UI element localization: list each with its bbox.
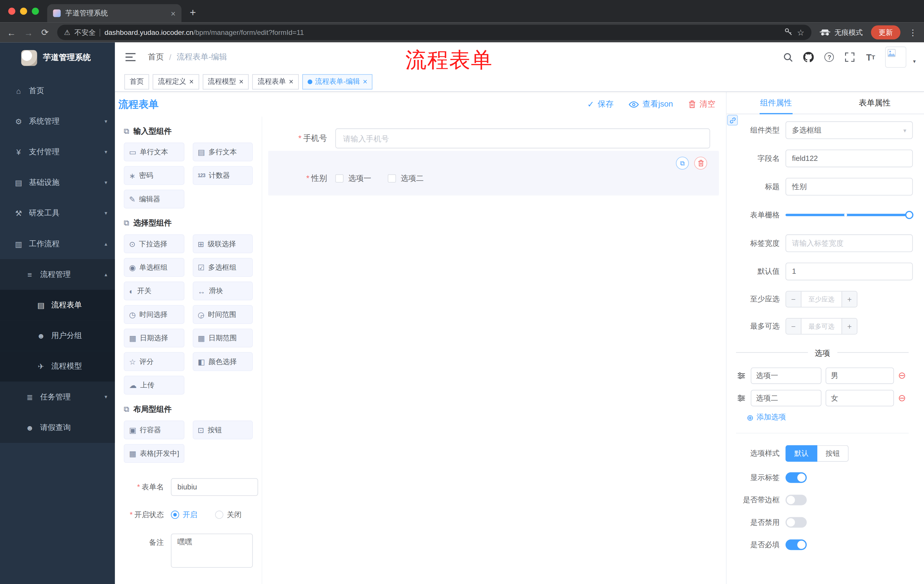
delete-field-button[interactable] xyxy=(694,156,707,169)
palette-item[interactable]: ↔滑块 xyxy=(192,281,253,300)
toggle-switch[interactable] xyxy=(785,540,807,550)
component-type-select[interactable]: 多选框组 ▾ xyxy=(785,122,913,139)
browser-menu-icon[interactable]: ⋮ xyxy=(909,28,917,37)
tag-view-tab[interactable]: 流程模型× xyxy=(202,74,249,89)
add-option-button[interactable]: ⊕ 添加选项 xyxy=(747,412,913,422)
toggle-switch[interactable] xyxy=(785,472,807,483)
remove-option-icon[interactable]: ⊖ xyxy=(898,393,906,403)
help-icon[interactable]: ? xyxy=(823,51,835,63)
back-button[interactable]: ← xyxy=(7,28,16,38)
palette-item[interactable]: ✎编辑器 xyxy=(124,190,184,209)
copy-field-button[interactable]: ⧉ xyxy=(676,156,689,169)
sidebar-item[interactable]: ✈流程模型 xyxy=(0,351,115,382)
increment-button[interactable]: + xyxy=(842,319,857,334)
title-input[interactable] xyxy=(785,178,913,196)
drag-handle-icon[interactable] xyxy=(737,372,747,380)
palette-item[interactable]: ▦表格[开发中] xyxy=(124,444,184,463)
hamburger-icon[interactable] xyxy=(125,53,136,61)
fullscreen-icon[interactable] xyxy=(844,51,856,63)
sidebar-item[interactable]: ▥工作流程▴ xyxy=(0,229,115,259)
checkbox-icon[interactable] xyxy=(335,174,344,183)
gender-option-2[interactable]: 选项二 xyxy=(388,173,424,184)
option-value-input[interactable] xyxy=(826,390,894,406)
new-tab-button[interactable]: + xyxy=(190,7,196,23)
browser-update-button[interactable]: 更新 xyxy=(871,25,900,39)
palette-item[interactable]: ⊙下拉选择 xyxy=(124,234,184,253)
tag-view-tab[interactable]: 流程表单-编辑× xyxy=(302,74,373,89)
toggle-switch[interactable] xyxy=(785,495,807,505)
form-remark-textarea[interactable]: 嘿嘿 xyxy=(171,533,253,568)
close-icon[interactable]: × xyxy=(289,78,293,86)
decrement-button[interactable]: − xyxy=(786,291,802,307)
status-off-radio[interactable]: 关闭 xyxy=(215,510,242,520)
palette-item[interactable]: ▭单行文本 xyxy=(124,143,184,161)
palette-item[interactable]: ◷时间选择 xyxy=(124,305,184,324)
github-icon[interactable] xyxy=(803,51,815,63)
sidebar-item[interactable]: ▤流程表单 xyxy=(0,290,115,320)
palette-item[interactable]: ◉单选框组 xyxy=(124,258,184,277)
max-select-value[interactable]: 最多可选 xyxy=(801,319,842,334)
bookmark-star-icon[interactable]: ☆ xyxy=(797,28,805,37)
palette-item[interactable]: ☁上传 xyxy=(124,376,184,395)
close-icon[interactable]: × xyxy=(239,78,244,86)
sidebar-item[interactable]: ☻用户分组 xyxy=(0,320,115,351)
tab-component-props[interactable]: 组件属性 xyxy=(726,92,825,114)
field-name-input[interactable] xyxy=(785,150,913,168)
slider-handle[interactable] xyxy=(905,211,913,219)
style-button-button[interactable]: 按钮 xyxy=(817,445,848,462)
selected-field-gender[interactable]: ⧉ 性别 xyxy=(268,151,719,196)
sidebar-item[interactable]: ⚙系统管理▾ xyxy=(0,106,115,137)
min-select-value[interactable]: 至少应选 xyxy=(801,291,842,307)
sidebar-item[interactable]: ≡流程管理▴ xyxy=(0,259,115,290)
form-name-input[interactable] xyxy=(171,478,258,496)
address-bar[interactable]: ⚠ 不安全 dashboard.yudao.iocoder.cn/bpm/man… xyxy=(57,25,811,40)
clear-button[interactable]: 清空 xyxy=(688,99,716,109)
sidebar-item[interactable]: ⌂首页 xyxy=(0,76,115,106)
password-key-icon[interactable] xyxy=(784,28,793,38)
sidebar-item[interactable]: ¥支付管理▾ xyxy=(0,137,115,167)
decrement-button[interactable]: − xyxy=(786,319,802,334)
security-label[interactable]: 不安全 xyxy=(74,28,96,38)
tag-view-tab[interactable]: 流程定义× xyxy=(153,74,199,89)
label-width-input[interactable] xyxy=(785,234,913,252)
palette-item[interactable]: ⊞级联选择 xyxy=(192,234,253,253)
close-icon[interactable]: × xyxy=(189,78,194,86)
toggle-switch[interactable] xyxy=(785,517,807,528)
checkbox-icon[interactable] xyxy=(388,174,396,183)
sidebar-item[interactable]: ▤基础设施▾ xyxy=(0,167,115,198)
palette-item[interactable]: ▤多行文本 xyxy=(192,143,253,161)
sidebar-item[interactable]: ☻请假查询 xyxy=(0,412,115,443)
palette-item[interactable]: ◐开关 xyxy=(124,281,184,300)
palette-item[interactable]: 123计数器 xyxy=(192,166,253,185)
palette-item[interactable]: ▦日期选择 xyxy=(124,329,184,347)
field-phone[interactable]: 手机号 xyxy=(268,128,719,148)
data-bind-link-icon[interactable] xyxy=(727,115,738,125)
palette-item[interactable]: ∗密码 xyxy=(124,166,184,185)
window-close-button[interactable] xyxy=(8,8,15,15)
font-size-icon[interactable]: TT xyxy=(865,51,876,63)
palette-item[interactable]: ▣行容器 xyxy=(124,421,184,439)
window-minimize-button[interactable] xyxy=(20,8,27,15)
palette-item[interactable]: ◧颜色选择 xyxy=(192,352,253,371)
window-zoom-button[interactable] xyxy=(32,8,39,15)
tab-close-icon[interactable]: × xyxy=(171,8,175,18)
palette-item[interactable]: ▦日期范围 xyxy=(192,329,253,347)
sidebar-item[interactable]: ⚒研发工具▾ xyxy=(0,198,115,229)
palette-item[interactable]: ☑多选框组 xyxy=(192,258,253,277)
option-value-input[interactable] xyxy=(826,367,894,384)
view-json-button[interactable]: 查看json xyxy=(629,99,673,109)
breadcrumb-home[interactable]: 首页 xyxy=(148,52,164,62)
user-avatar[interactable] xyxy=(885,46,907,68)
sidebar-item[interactable]: ≣任务管理▾ xyxy=(0,382,115,412)
default-value-input[interactable] xyxy=(785,263,913,280)
gender-option-1[interactable]: 选项一 xyxy=(335,173,371,184)
increment-button[interactable]: + xyxy=(842,291,857,307)
app-logo[interactable]: 芋道管理系统 xyxy=(0,44,115,72)
palette-item[interactable]: ☆评分 xyxy=(124,352,184,371)
option-label-input[interactable] xyxy=(751,367,822,384)
tag-view-tab[interactable]: 首页 xyxy=(124,74,149,89)
palette-item[interactable]: ◶时间范围 xyxy=(192,305,253,324)
browser-tab[interactable]: 芋道管理系统 × xyxy=(47,4,182,22)
save-button[interactable]: ✓ 保存 xyxy=(587,99,614,109)
tag-view-tab[interactable]: 流程表单× xyxy=(252,74,299,89)
